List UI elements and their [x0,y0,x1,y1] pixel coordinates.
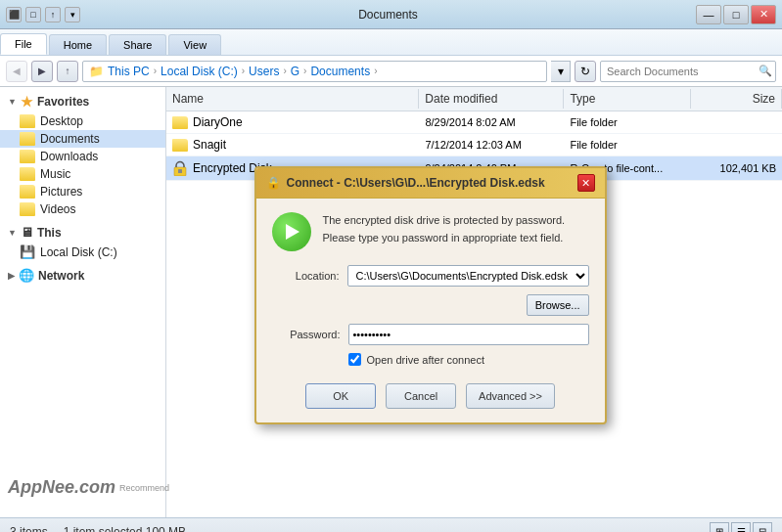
dialog-close-button[interactable]: ✕ [577,174,595,192]
play-triangle [286,224,299,240]
dialog-title-bar: 🔒 Connect - C:\Users\G\D...\Encrypted Di… [256,168,605,199]
dialog-overlay: 🔒 Connect - C:\Users\G\D...\Encrypted Di… [0,0,782,532]
connect-dialog: 🔒 Connect - C:\Users\G\D...\Encrypted Di… [254,166,607,424]
dialog-body: The encrypted disk drive is protected by… [256,199,605,422]
checkbox-row: Open drive after connect [272,353,589,366]
password-input[interactable] [348,324,589,345]
advanced-button[interactable]: Advanced >> [466,383,555,409]
location-select[interactable]: C:\Users\G\Documents\Encrypted Disk.edsk [347,265,589,287]
cancel-button[interactable]: Cancel [386,383,456,409]
open-drive-checkbox[interactable] [348,353,361,366]
browse-row: Browse... [272,294,589,316]
dialog-title-label: Connect - C:\Users\G\D...\Encrypted Disk… [287,176,545,190]
ok-button[interactable]: OK [305,383,376,409]
dialog-info: The encrypted disk drive is protected by… [272,212,589,251]
dialog-info-text: The encrypted disk drive is protected by… [323,212,566,246]
location-label: Location: [272,270,340,282]
dialog-buttons: OK Cancel Advanced >> [272,379,589,409]
location-row: Location: C:\Users\G\Documents\Encrypted… [272,265,589,287]
password-row: Password: [272,324,589,345]
checkbox-label: Open drive after connect [367,354,484,366]
browse-button[interactable]: Browse... [527,294,589,316]
dialog-title-text: 🔒 Connect - C:\Users\G\D...\Encrypted Di… [266,176,545,190]
password-label: Password: [272,329,341,340]
play-icon [272,212,311,251]
dialog-title-icon: 🔒 [266,176,281,190]
